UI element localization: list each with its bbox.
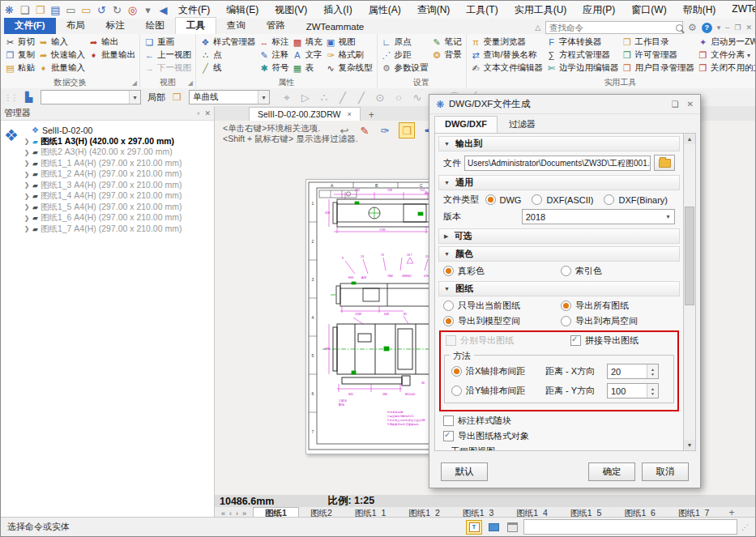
- document-tab[interactable]: SelII-D-02-00.Z3DRW ×: [249, 107, 361, 121]
- spline[interactable]: ∿: [412, 91, 423, 104]
- ribbon-tab[interactable]: 工具: [175, 17, 216, 34]
- variable-browser[interactable]: π变量浏览器: [471, 36, 544, 49]
- filter-combo[interactable]: ▾: [41, 90, 141, 104]
- ok-button[interactable]: 确定: [588, 462, 635, 481]
- plot-export[interactable]: ▭: [81, 3, 92, 16]
- line-1[interactable]: ╱: [337, 91, 348, 104]
- method-x-radio[interactable]: 沿X轴排布间距: [451, 365, 539, 377]
- menu-item[interactable]: 实用工具(U): [513, 2, 569, 18]
- file-type-radio[interactable]: DWG: [485, 194, 522, 205]
- pick-target[interactable]: ◎: [127, 3, 138, 16]
- window-mode-icon[interactable]: [505, 521, 519, 534]
- menu-item[interactable]: 查询(N): [416, 2, 452, 18]
- ribbon-tab[interactable]: 查询: [216, 18, 256, 34]
- file-path-input[interactable]: Users\Administrator\Documents\ZW3D\工程图00…: [464, 156, 651, 171]
- equation-manager[interactable]: ∑方程式管理器: [546, 49, 619, 62]
- circle[interactable]: ○: [393, 91, 404, 104]
- batch-export[interactable]: ➧批量输出: [88, 49, 135, 62]
- origin[interactable]: ∟原点: [382, 36, 429, 49]
- new-file[interactable]: ❏: [19, 3, 30, 16]
- merge-export-checkbox[interactable]: 拼接导出图纸: [570, 335, 639, 347]
- expand-arrow-icon[interactable]: ❯: [23, 138, 30, 145]
- dwg-export[interactable]: ❒: [399, 122, 415, 139]
- tab-close-icon[interactable]: ×: [348, 110, 352, 118]
- gear-icon[interactable]: ⚙: [688, 22, 697, 33]
- tree-sheet-item[interactable]: ❯ ▰ 图纸1_1 A4(H) (297.00 x 210.00 mm): [23, 158, 212, 169]
- menu-item[interactable]: 帮助(H): [681, 2, 718, 18]
- undo[interactable]: ↺: [96, 3, 107, 16]
- method-y-radio[interactable]: 沿Y轴排布间距: [451, 385, 539, 397]
- section-color[interactable]: ▼颜色: [438, 246, 680, 262]
- command-input[interactable]: [523, 519, 737, 535]
- hatch[interactable]: ▩填充: [293, 36, 322, 49]
- sheet-space-radio[interactable]: 导出到布局空间: [561, 315, 664, 327]
- group-expander-icon[interactable]: ◢: [132, 79, 137, 87]
- launch-another-zw3d[interactable]: ✦启动另一ZW3D: [698, 36, 755, 49]
- redo[interactable]: ↻: [112, 3, 122, 16]
- file-type-radio[interactable]: DXF(ASCII): [532, 194, 593, 205]
- open-file[interactable]: ❒: [35, 3, 45, 16]
- ribbon-tab[interactable]: 标注: [96, 18, 135, 34]
- sheet-format-checkbox[interactable]: 导出图纸格式对象: [443, 430, 529, 442]
- color-radio[interactable]: 索引色: [561, 265, 664, 277]
- panel-close-icon[interactable]: ✕: [204, 109, 211, 117]
- font-converter[interactable]: F字体转换器: [546, 36, 619, 49]
- dim-style-checkbox[interactable]: 标注样式随块: [443, 415, 511, 427]
- dialog-tab-filter[interactable]: 过滤器: [499, 116, 545, 133]
- points[interactable]: ∴: [318, 91, 330, 104]
- menu-item[interactable]: 属性(A): [367, 2, 403, 18]
- background[interactable]: ❂背景: [432, 49, 462, 62]
- expand-arrow-icon[interactable]: ❯: [23, 193, 30, 200]
- ribbon-tab[interactable]: ZWTeammate: [296, 20, 375, 34]
- help-icon[interactable]: ?: [702, 23, 712, 33]
- tree-sheet-item[interactable]: ❯ ▰ 图纸1_5 A4(H) (297.00 x 210.00 mm): [23, 202, 212, 213]
- pencil[interactable]: ✎: [358, 124, 371, 137]
- section-optional[interactable]: ▶可选: [438, 228, 680, 244]
- line-2[interactable]: ╱: [356, 91, 367, 104]
- print[interactable]: ▭: [66, 3, 76, 16]
- license-manager[interactable]: ❒许可管理器: [622, 49, 695, 62]
- tree-sheet-item[interactable]: ❯ ▰ 图纸1_3 A4(H) (297.00 x 210.00 mm): [23, 180, 212, 191]
- tree-sheet-item[interactable]: ❯ ▰ 图纸2 A3(H) (420.00 x 297.00 mm): [23, 147, 212, 159]
- menu-item[interactable]: 文件(F): [177, 2, 211, 18]
- ribbon-tab[interactable]: 管路: [256, 18, 296, 34]
- pin-ribbon-icon[interactable]: △: [535, 23, 540, 32]
- input-mode-icon[interactable]: T: [466, 520, 482, 535]
- step[interactable]: ⋰步距: [382, 49, 429, 62]
- entity-filter-icon[interactable]: ▙: [23, 92, 34, 103]
- tutorial-editor[interactable]: ✄边学边用编辑器: [546, 62, 619, 75]
- separate-export-checkbox[interactable]: 分别导出图纸: [446, 335, 556, 347]
- exit-environment[interactable]: ↩: [338, 124, 351, 137]
- user-directory-manager[interactable]: ❒用户目录管理器: [622, 62, 695, 75]
- next-sheet-icon[interactable]: ›: [236, 509, 238, 518]
- cut[interactable]: ✂剪切: [5, 36, 35, 49]
- circle-center[interactable]: ⊙: [374, 91, 386, 104]
- expand-arrow-icon[interactable]: ❯: [23, 225, 30, 232]
- scroll-thumb[interactable]: [685, 207, 694, 305]
- expand-arrow-icon[interactable]: ❯: [23, 171, 30, 178]
- complex-linetype[interactable]: ∿复杂线型: [326, 62, 373, 75]
- dialog-comment-icon[interactable]: ❑: [672, 100, 679, 109]
- tree-sheet-item[interactable]: ❯ ▰ 图纸1 A3(H) (420.00 x 297.00 mm): [23, 136, 212, 147]
- tree-root-item[interactable]: ❖ SelII-D-02-00: [32, 124, 212, 136]
- layer-icon[interactable]: ❒: [172, 92, 182, 103]
- default-button[interactable]: 默认: [441, 462, 488, 481]
- scroll-up-icon[interactable]: ▲: [684, 134, 695, 144]
- dialog-scrollbar[interactable]: ▲ ▼: [683, 133, 696, 451]
- prev-view[interactable]: ←上一视图: [144, 49, 191, 62]
- doc-restore-icon[interactable]: ❐: [734, 23, 741, 32]
- sheet-manager-icon[interactable]: ❖: [4, 126, 23, 145]
- point[interactable]: ∴点: [200, 49, 256, 62]
- help-caret-icon[interactable]: ▾: [717, 23, 721, 32]
- curve-type-combo[interactable]: 单曲线▾: [189, 90, 270, 104]
- tree-sheet-item[interactable]: ❯ ▰ 图纸1_6 A4(H) (297.00 x 210.00 mm): [23, 213, 212, 224]
- qat-caret[interactable]: ▾: [143, 3, 153, 16]
- toolbar-grip[interactable]: ⋮⋮: [4, 93, 17, 102]
- parameter-settings[interactable]: ⚙参数设置: [382, 62, 429, 75]
- style-manager[interactable]: ❖样式管理器: [200, 36, 256, 49]
- drawing-sheet[interactable]: A B C 123 456 7 A-A: [305, 179, 443, 454]
- ribbon-tab[interactable]: 布局: [56, 18, 96, 34]
- ribbon-tab[interactable]: 文件(F): [4, 18, 56, 34]
- section-output-to[interactable]: ▼输出到: [438, 136, 680, 151]
- color-radio[interactable]: 真彩色: [443, 265, 546, 277]
